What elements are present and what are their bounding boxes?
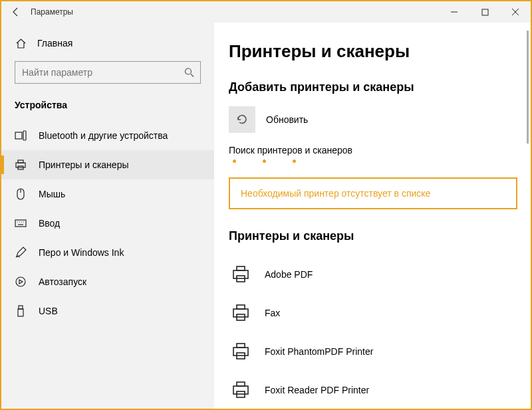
refresh-icon <box>235 113 249 126</box>
window-title: Параметры <box>31 7 73 17</box>
sidebar-item-usb[interactable]: USB <box>1 296 214 326</box>
svg-rect-8 <box>18 160 23 163</box>
minimize-button[interactable] <box>439 1 469 23</box>
search-icon <box>184 68 194 78</box>
window-controls <box>439 1 531 23</box>
svg-rect-21 <box>18 309 23 316</box>
svg-point-19 <box>16 277 25 286</box>
home-icon <box>15 37 27 49</box>
printer-item[interactable]: Foxit PhantomPDF Printer <box>229 332 517 371</box>
printer-name: Foxit Reader PDF Printer <box>265 385 369 395</box>
page-heading: Принтеры и сканеры <box>229 41 517 62</box>
printer-item[interactable]: Adobe PDF <box>229 255 517 294</box>
printers-list-heading: Принтеры и сканеры <box>229 229 517 243</box>
usb-icon <box>15 305 27 317</box>
sidebar-item-label: Перо и Windows Ink <box>39 247 124 258</box>
close-button[interactable] <box>500 1 531 23</box>
sidebar-item-label: Ввод <box>39 218 60 229</box>
maximize-button[interactable] <box>469 1 500 23</box>
svg-rect-31 <box>237 382 245 386</box>
svg-rect-28 <box>237 344 245 348</box>
printer-name: Fax <box>265 308 280 318</box>
home-label: Главная <box>37 38 72 49</box>
printer-icon <box>229 301 253 325</box>
sidebar-item-mouse[interactable]: Мышь <box>1 179 214 209</box>
scrollbar[interactable] <box>527 31 529 144</box>
mouse-icon <box>15 188 27 200</box>
autoplay-icon <box>15 276 27 288</box>
printer-name: Foxit PhantomPDF Printer <box>265 346 373 357</box>
svg-rect-25 <box>237 305 245 309</box>
sidebar-item-bluetooth[interactable]: Bluetooth и другие устройства <box>1 121 214 150</box>
printer-icon <box>229 262 253 286</box>
svg-line-5 <box>191 74 194 77</box>
refresh-button[interactable] <box>229 106 255 133</box>
svg-rect-29 <box>233 348 248 356</box>
printer-name: Adobe PDF <box>265 269 313 280</box>
printer-icon <box>15 159 27 171</box>
refresh-label: Обновить <box>266 114 308 125</box>
svg-rect-23 <box>233 270 248 278</box>
svg-rect-7 <box>23 131 26 140</box>
titlebar: Параметры <box>1 1 531 23</box>
svg-rect-26 <box>233 309 248 317</box>
settings-window: Параметры Главная <box>0 0 532 410</box>
main-content: Принтеры и сканеры Добавить принтеры и с… <box>214 23 531 409</box>
add-section-heading: Добавить принтеры и сканеры <box>229 80 517 94</box>
sidebar-item-autoplay[interactable]: Автозапуск <box>1 267 214 296</box>
pen-icon <box>15 247 27 258</box>
back-button[interactable] <box>1 1 31 23</box>
sidebar-item-label: Принтеры и сканеры <box>39 159 128 170</box>
printer-icon <box>229 340 253 363</box>
sidebar-section-title: Устройства <box>1 93 214 121</box>
sidebar-item-label: Автозапуск <box>39 276 86 287</box>
sidebar-item-typing[interactable]: Ввод <box>1 209 214 238</box>
svg-rect-13 <box>15 220 26 227</box>
sidebar-item-label: USB <box>39 306 58 316</box>
sidebar-item-label: Bluetooth и другие устройства <box>39 130 168 141</box>
sidebar: Главная Устройства Bluetooth и другие ус… <box>1 23 214 409</box>
printer-item[interactable]: Fax <box>229 294 517 332</box>
keyboard-icon <box>15 217 27 229</box>
sidebar-item-label: Мышь <box>39 189 65 199</box>
printer-missing-link[interactable]: Необходимый принтер отсутствует в списке <box>229 177 517 209</box>
svg-rect-9 <box>16 163 25 167</box>
svg-point-4 <box>186 68 192 74</box>
printer-icon <box>229 378 253 402</box>
home-nav[interactable]: Главная <box>1 32 214 54</box>
svg-rect-1 <box>482 9 488 15</box>
svg-rect-32 <box>233 386 248 394</box>
printer-item[interactable]: Foxit Reader PDF Printer <box>229 371 517 409</box>
loading-dots <box>233 159 517 163</box>
search-input[interactable] <box>15 61 201 84</box>
sidebar-item-pen[interactable]: Перо и Windows Ink <box>1 238 214 267</box>
searching-status: Поиск принтеров и сканеров <box>229 145 517 155</box>
svg-rect-6 <box>15 132 22 139</box>
sidebar-item-printers[interactable]: Принтеры и сканеры <box>1 150 214 179</box>
devices-icon <box>15 130 27 142</box>
svg-rect-22 <box>237 266 245 270</box>
svg-rect-20 <box>19 306 23 309</box>
